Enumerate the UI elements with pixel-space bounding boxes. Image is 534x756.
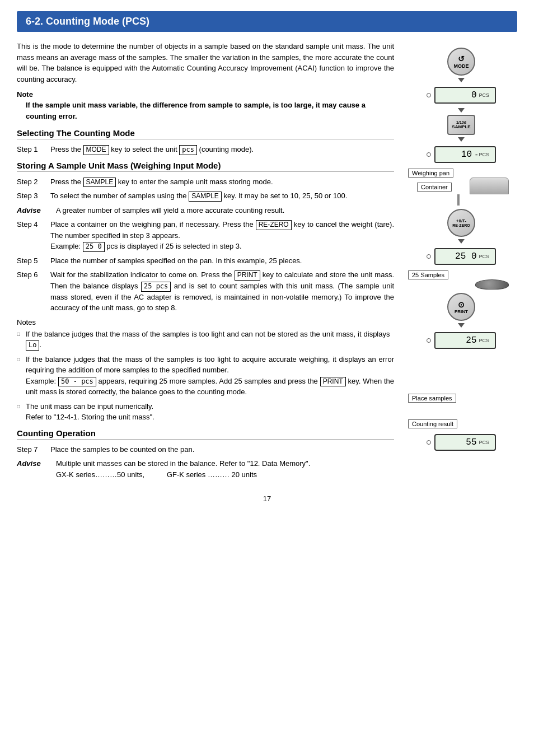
display5-value: 55 — [441, 437, 479, 447]
note2-display: 50 - pcs — [58, 377, 96, 387]
advise-gx: GX-K series………50 units, — [56, 470, 144, 479]
step6-content: Wait for the stabilization indicator to … — [50, 269, 394, 313]
weighing-pan-label: Weighing pan — [408, 169, 453, 178]
advise-label: Advise — [17, 458, 56, 480]
display-screen-1: 0 PCS — [434, 87, 496, 104]
display4-row: 25 PCS — [427, 330, 496, 351]
re-zero-top: +0/T- — [456, 218, 466, 223]
re-zero-key: RE-ZERO — [256, 220, 292, 230]
print-key: PRINT — [235, 270, 260, 281]
step3-advise-content: A greater number of samples will yield a… — [56, 205, 394, 216]
samples-label: 25 Samples — [408, 270, 448, 279]
print-label: PRINT — [455, 309, 468, 314]
display-screen-4: 25 PCS — [434, 332, 496, 349]
display5-row: 55 PCS — [427, 432, 496, 453]
display1-row: 0 PCS — [427, 85, 496, 106]
page-number: 17 — [17, 494, 517, 503]
step7-row: Step 7 Place the samples to be counted o… — [17, 444, 394, 455]
sample-button[interactable]: 1/10d SAMPLE — [447, 115, 475, 135]
left-column: This is the mode to determine the number… — [17, 41, 405, 483]
step5-label: Step 5 — [17, 255, 50, 267]
section1-title: Selecting The Counting Mode — [17, 128, 394, 139]
notes-label: Notes — [17, 318, 394, 326]
note-item-3: □ The unit mass can be input numerically… — [17, 401, 394, 423]
note-label: Note — [17, 90, 394, 99]
step6-row: Step 6 Wait for the stabilization indica… — [17, 269, 394, 313]
note-block: Note If the sample unit mass variable, t… — [17, 90, 394, 122]
arrow-2 — [458, 108, 465, 113]
note-1-content: If the balance judges that the mass of t… — [26, 329, 394, 351]
advise-text: Multiple unit masses can be stored in th… — [56, 459, 310, 468]
step3-advise-label: Advise — [17, 205, 56, 216]
pcs-display: pcs — [179, 145, 197, 155]
step6-display: 25 pcs — [141, 282, 171, 292]
mode-button-label: MODE — [454, 63, 469, 69]
mode-icon: ↺ — [458, 54, 465, 63]
arrow-5 — [458, 323, 465, 328]
step7-label: Step 7 — [17, 444, 50, 455]
weighing-pan-section: Weighing pan Container — [408, 169, 514, 206]
lo-display: Lo — [26, 340, 39, 351]
print-key-note: PRINT — [320, 377, 346, 387]
indicator-1 — [427, 93, 431, 97]
print-icon: ⊙ — [458, 300, 465, 309]
indicator-5 — [427, 440, 431, 445]
advise-content: Multiple unit masses can be stored in th… — [56, 458, 394, 480]
notes-section: Notes □ If the balance judges that the m… — [17, 318, 394, 423]
step6-label: Step 6 — [17, 269, 50, 313]
note-2-content: If the balance judges that the mass of t… — [26, 354, 394, 398]
step7-content: Place the samples to be counted on the p… — [50, 444, 394, 455]
place-samples-label: Place samples — [408, 394, 456, 403]
re-zero-button[interactable]: +0/T- RE-ZERO — [447, 209, 475, 237]
samples-section: 25 Samples — [408, 270, 514, 290]
samples-visual — [475, 279, 509, 290]
intro-paragraph: This is the mode to determine the number… — [17, 41, 394, 85]
counting-result-label: Counting result — [408, 419, 457, 428]
step1-label: Step 1 — [17, 144, 50, 155]
place-samples-region: Place samples Counting result — [408, 352, 514, 431]
bullet-icon-2: □ — [17, 355, 26, 398]
mode-button[interactable]: ↺ MODE — [447, 48, 475, 76]
indicator-3 — [427, 254, 431, 259]
step4-label: Step 4 — [17, 219, 50, 252]
samples-pile — [408, 279, 509, 290]
bullet-icon-1: □ — [17, 330, 26, 351]
step2-row: Step 2 Press the SAMPLE key to enter the… — [17, 176, 394, 188]
display2-value: 10 — [441, 150, 474, 160]
arrow-1 — [458, 78, 465, 82]
step5-row: Step 5 Place the number of samples speci… — [17, 255, 394, 267]
step3-content: To select the number of samples using th… — [50, 190, 394, 202]
arrow-3 — [458, 137, 465, 142]
section3-title: Counting Operation — [17, 428, 394, 440]
step4-content: Place a container on the weighing pan, i… — [50, 219, 394, 252]
indicator-2 — [427, 152, 431, 157]
display3-pcs: PCS — [479, 254, 489, 259]
display4-pcs: PCS — [479, 338, 489, 343]
pan-top: Container — [470, 178, 509, 194]
pan-visual: Container — [408, 178, 509, 206]
display-screen-2: 10 - PCS — [434, 146, 496, 163]
note-3-content: The unit mass can be input numerically. … — [26, 401, 394, 423]
step4-display: 25 0 — [83, 242, 105, 252]
display3-value: 25 0 — [441, 251, 479, 262]
sample-key-3: SAMPLE — [189, 192, 222, 202]
mode-key: MODE — [83, 145, 109, 155]
display3-row: 25 0 PCS — [427, 246, 496, 267]
display2-row: 10 - PCS — [427, 144, 496, 165]
advise-row: Advise Multiple unit masses can be store… — [17, 458, 394, 480]
display2-dash: - — [474, 150, 479, 159]
advise-gf: GF-K series ……… 20 units — [167, 470, 257, 479]
step4-row: Step 4 Place a container on the weighing… — [17, 219, 394, 252]
pan-stem — [457, 194, 460, 206]
print-button[interactable]: ⊙ PRINT — [447, 293, 475, 321]
page-header: 6-2. Counting Mode (PCS) — [17, 11, 517, 32]
step3-advise-row: Advise A greater number of samples will … — [17, 205, 394, 216]
note-text: If the sample unit mass variable, the di… — [26, 100, 394, 122]
step3-row: Step 3 To select the number of samples u… — [17, 190, 394, 202]
section2-title: Storing A Sample Unit Mass (Weighing Inp… — [17, 161, 394, 172]
display-screen-5: 55 PCS — [434, 434, 496, 451]
right-diagram: ↺ MODE 0 PCS 1/10d SAMPLE — [405, 41, 517, 483]
display5-pcs: PCS — [479, 440, 489, 445]
step1-content: Press the MODE key to select the unit pc… — [50, 144, 394, 155]
display1-value: 0 — [441, 90, 479, 100]
